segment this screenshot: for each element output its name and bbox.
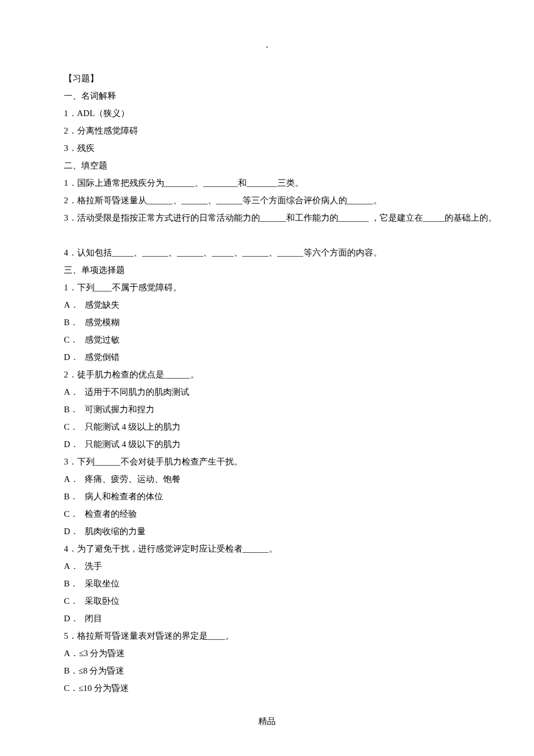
s2-q3: 3．活动受限是指按正常方式进行的日常活动能力的______和工作能力的_____…	[64, 209, 470, 226]
option-text: 采取坐位	[85, 579, 120, 588]
s3-q1-C: C．感觉过敏	[64, 331, 470, 348]
option-text: 洗手	[85, 561, 102, 571]
option-text: 感觉缺失	[85, 300, 120, 309]
page-container: 【习题】 一、名词解释 1．ADL（狭义） 2．分离性感觉障碍 3．残疾 二、填…	[0, 0, 534, 720]
option-letter: A．	[64, 557, 80, 575]
option-letter: B．	[64, 401, 80, 418]
s3-q3-B: B．病人和检查者的体位	[64, 488, 470, 505]
s3-q2-C: C．只能测试 4 级以上的肌力	[64, 418, 470, 435]
option-text: 可测试握力和捏力	[85, 405, 154, 414]
s3-q1-A: A．感觉缺失	[64, 296, 470, 314]
s3-q3-A: A．疼痛、疲劳、运动、饱餐	[64, 470, 470, 488]
option-letter: A．	[64, 383, 80, 401]
s3-q1-B: B．感觉模糊	[64, 314, 470, 331]
s1-q1: 1．ADL（狭义）	[64, 105, 470, 122]
option-text: 检查者的经验	[85, 509, 137, 519]
option-letter: C．	[64, 505, 80, 523]
option-letter: A．	[64, 296, 80, 314]
s2-q2: 2．格拉斯哥昏迷量从______、______、______等三个方面综合评价病…	[64, 192, 470, 209]
option-text: 疼痛、疲劳、运动、饱餐	[85, 474, 181, 484]
option-letter: D．	[64, 348, 80, 366]
option-text: 闭目	[85, 614, 102, 623]
option-text: 采取卧位	[85, 596, 120, 606]
option-text: 感觉倒错	[85, 352, 120, 362]
option-letter: D．	[64, 435, 80, 453]
option-letter: C．	[64, 331, 80, 348]
s3-q2-B: B．可测试握力和捏力	[64, 401, 470, 418]
option-text: 只能测试 4 级以上的肌力	[85, 422, 181, 431]
s2-q1: 1．国际上通常把残疾分为_______、________和_______三类。	[64, 174, 470, 192]
option-text: 只能测试 4 级以下的肌力	[85, 440, 181, 449]
section-3-title: 三、单项选择题	[64, 261, 470, 279]
page-footer: 精品	[258, 716, 276, 727]
s3-q1: 1．下列____不属于感觉障碍。	[64, 279, 470, 296]
s3-q1-D: D．感觉倒错	[64, 348, 470, 366]
s3-q5-A: A．≤3 分为昏迷	[64, 645, 470, 662]
page-header-dot: .	[266, 39, 268, 50]
option-text: 感觉过敏	[85, 335, 120, 344]
s3-q2: 2．徒手肌力检查的优点是______。	[64, 366, 470, 383]
s3-q2-D: D．只能测试 4 级以下的肌力	[64, 435, 470, 453]
option-letter: C．	[64, 592, 80, 610]
option-text: 肌肉收缩的力量	[85, 527, 146, 536]
s2-q4: 4．认知包括_____、______、______、_____、______、_…	[64, 244, 470, 261]
section-2-title: 二、填空题	[64, 157, 470, 174]
s1-q2: 2．分离性感觉障碍	[64, 122, 470, 139]
option-letter: D．	[64, 610, 80, 627]
s3-q5-B: B．≤8 分为昏迷	[64, 662, 470, 679]
option-letter: A．	[64, 470, 80, 488]
s3-q4-B: B．采取坐位	[64, 575, 470, 592]
option-text: 感觉模糊	[85, 318, 120, 327]
s3-q5-C: C．≤10 分为昏迷	[64, 679, 470, 697]
s1-q3: 3．残疾	[64, 139, 470, 157]
s3-q5: 5．格拉斯哥昏迷量表对昏迷的界定是____。	[64, 627, 470, 645]
section-1-title: 一、名词解释	[64, 87, 470, 105]
s3-q4-C: C．采取卧位	[64, 592, 470, 610]
option-text: 适用于不同肌力的肌肉测试	[85, 387, 189, 397]
option-letter: B．	[64, 575, 80, 592]
option-letter: C．	[64, 418, 80, 435]
option-letter: B．	[64, 488, 80, 505]
s3-q4: 4．为了避免干扰，进行感觉评定时应让受检者______。	[64, 540, 470, 557]
s3-q4-A: A．洗手	[64, 557, 470, 575]
s3-q3-C: C．检查者的经验	[64, 505, 470, 523]
option-text: 病人和检查者的体位	[85, 492, 163, 501]
s3-q3: 3．下列______不会对徒手肌力检查产生干扰。	[64, 453, 470, 470]
s3-q2-A: A．适用于不同肌力的肌肉测试	[64, 383, 470, 401]
option-letter: D．	[64, 523, 80, 540]
s3-q3-D: D．肌肉收缩的力量	[64, 523, 470, 540]
s3-q4-D: D．闭目	[64, 610, 470, 627]
option-letter: B．	[64, 314, 80, 331]
exercises-title: 【习题】	[64, 70, 470, 87]
